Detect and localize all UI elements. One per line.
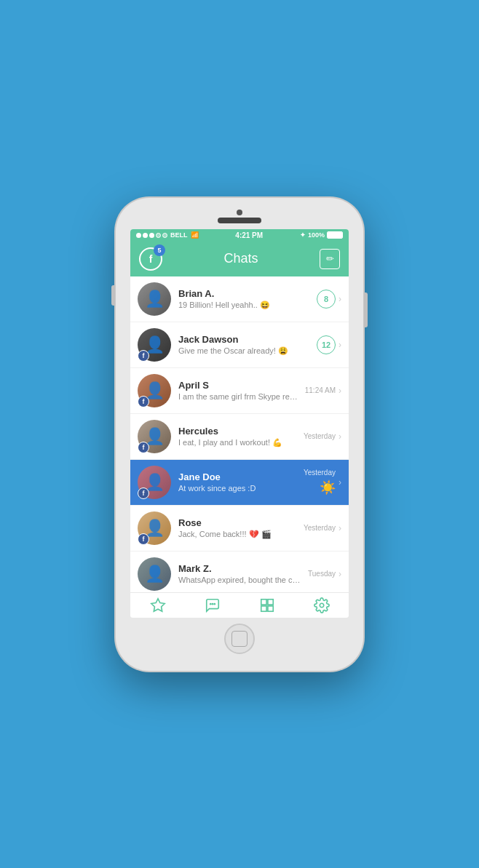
- chat-content-mark: Mark Z. WhatsApp expired, bought the com…: [178, 563, 304, 584]
- phone-device: BELL 📶 4:21 PM ✦ 100% f 5 Chats ✏: [116, 198, 363, 671]
- svg-rect-5: [267, 599, 272, 604]
- chat-item-rose[interactable]: 👤 f Rose Jack, Come back!!! 💔 🎬 Yesterda…: [130, 506, 349, 552]
- chevron-icon: ›: [339, 386, 341, 396]
- battery-bar: [327, 231, 343, 239]
- chat-time-april: 11:24 AM: [305, 386, 336, 394]
- chat-preview-jane: At work since ages :D: [178, 484, 299, 493]
- chevron-icon: ›: [339, 569, 341, 579]
- wifi-icon: 📶: [191, 231, 199, 239]
- battery-fill: [328, 232, 342, 238]
- svg-marker-0: [151, 598, 164, 610]
- chevron-icon: ›: [339, 294, 341, 304]
- chat-preview-hercules: I eat, I play and I workout! 💪: [178, 438, 299, 447]
- chat-meta-brian: 8: [317, 290, 336, 308]
- svg-rect-4: [261, 599, 266, 604]
- status-time: 4:21 PM: [235, 231, 263, 239]
- home-button-inner: [231, 631, 248, 647]
- chevron-icon: ›: [339, 523, 341, 533]
- tab-chats[interactable]: [259, 597, 275, 613]
- chat-list: 👤 Brian A. 19 Billion! Hell yeahh.. 😆 8 …: [130, 276, 349, 592]
- chat-time-mark: Tuesday: [308, 570, 336, 578]
- avatar-wrap-april: 👤 f: [138, 374, 171, 407]
- chat-preview-april: I am the same girl frm Skype redesign!: [178, 392, 301, 401]
- avatar-brian: 👤: [138, 282, 171, 316]
- status-left: BELL 📶: [136, 231, 199, 239]
- facebook-button[interactable]: f 5: [139, 247, 162, 271]
- phone-screen: BELL 📶 4:21 PM ✦ 100% f 5 Chats ✏: [130, 229, 349, 618]
- svg-rect-7: [267, 605, 272, 610]
- tab-bar: [130, 592, 349, 618]
- chat-name-brian: Brian A.: [178, 288, 312, 299]
- chat-time-jane: Yesterday: [304, 469, 336, 477]
- avatar-wrap-mark: 👤: [138, 557, 171, 591]
- chat-content-rose: Rose Jack, Come back!!! 💔 🎬: [178, 517, 299, 539]
- chat-preview-jack: Give me the Oscar already! 😩: [178, 346, 312, 356]
- status-bar: BELL 📶 4:21 PM ✦ 100%: [130, 229, 349, 242]
- fb-badge-hercules: f: [138, 442, 149, 453]
- chat-item-jack[interactable]: 👤 f Jack Dawson Give me the Oscar alread…: [130, 322, 349, 368]
- avatar-wrap-brian: 👤: [138, 282, 171, 316]
- tab-settings[interactable]: [314, 597, 330, 613]
- svg-rect-6: [261, 605, 266, 610]
- chat-name-jane: Jane Doe: [178, 471, 299, 482]
- signal-dot-4: [156, 233, 161, 238]
- chat-item-mark[interactable]: 👤 Mark Z. WhatsApp expired, bought the c…: [130, 552, 349, 592]
- bluetooth-icon: ✦: [300, 231, 306, 239]
- chat-preview-rose: Jack, Come back!!! 💔 🎬: [178, 530, 299, 539]
- chat-name-mark: Mark Z.: [178, 563, 304, 574]
- chat-preview-brian: 19 Billion! Hell yeahh.. 😆: [178, 300, 312, 310]
- fb-notification-badge: 5: [154, 244, 165, 256]
- chat-content-jack: Jack Dawson Give me the Oscar already! 😩: [178, 334, 312, 356]
- signal-dot-5: [162, 233, 167, 238]
- header-title: Chats: [223, 251, 258, 266]
- chevron-icon: ›: [339, 477, 341, 487]
- unread-badge-brian: 8: [317, 290, 336, 308]
- camera: [237, 210, 242, 215]
- chat-item-brian[interactable]: 👤 Brian A. 19 Billion! Hell yeahh.. 😆 8 …: [130, 276, 349, 322]
- chat-item-april[interactable]: 👤 f April S I am the same girl frm Skype…: [130, 368, 349, 414]
- tab-messages[interactable]: [205, 597, 221, 613]
- chat-meta-rose: Yesterday: [304, 524, 336, 532]
- fb-badge-rose: f: [138, 533, 149, 545]
- chat-name-hercules: Hercules: [178, 426, 299, 437]
- avatar-mark: 👤: [138, 557, 171, 591]
- sunny-emoji: ☀️: [320, 479, 336, 495]
- chat-preview-mark: WhatsApp expired, bought the company: [178, 576, 304, 584]
- chat-content-hercules: Hercules I eat, I play and I workout! 💪: [178, 426, 299, 447]
- chat-item-hercules[interactable]: 👤 f Hercules I eat, I play and I workout…: [130, 414, 349, 460]
- chat-content-jane: Jane Doe At work since ages :D: [178, 471, 299, 493]
- chat-item-jane[interactable]: 👤 f Jane Doe At work since ages :D Yeste…: [130, 460, 349, 506]
- chat-meta-hercules: Yesterday: [304, 432, 336, 440]
- chevron-icon: ›: [339, 340, 341, 350]
- home-button[interactable]: [224, 624, 255, 654]
- phone-top: [120, 207, 359, 225]
- signal-dots: [136, 233, 167, 238]
- signal-dot-1: [136, 233, 141, 238]
- fb-badge-jack: f: [138, 350, 149, 362]
- compose-icon: ✏: [326, 253, 334, 264]
- chevron-icon: ›: [339, 431, 341, 442]
- fb-badge-april: f: [138, 396, 149, 407]
- battery-percent: 100%: [308, 231, 325, 239]
- chat-content-brian: Brian A. 19 Billion! Hell yeahh.. 😆: [178, 288, 312, 310]
- svg-point-8: [320, 603, 324, 608]
- signal-dot-3: [149, 233, 154, 238]
- avatar-wrap-rose: 👤 f: [138, 511, 171, 545]
- chat-time-hercules: Yesterday: [304, 432, 336, 440]
- chat-meta-mark: Tuesday: [308, 570, 336, 578]
- chat-meta-april: 11:24 AM: [305, 386, 336, 394]
- compose-button[interactable]: ✏: [320, 249, 340, 269]
- signal-dot-2: [143, 233, 148, 238]
- status-right: ✦ 100%: [300, 231, 343, 239]
- chat-time-rose: Yesterday: [304, 524, 336, 532]
- carrier-label: BELL: [170, 231, 188, 239]
- chat-name-april: April S: [178, 380, 301, 391]
- app-header: f 5 Chats ✏: [130, 242, 349, 276]
- fb-badge-jane: f: [138, 487, 149, 499]
- avatar-wrap-jack: 👤 f: [138, 328, 171, 362]
- tab-favorites[interactable]: [150, 597, 166, 613]
- chat-name-rose: Rose: [178, 517, 299, 528]
- chat-name-jack: Jack Dawson: [178, 334, 312, 345]
- avatar-wrap-jane: 👤 f: [138, 466, 171, 499]
- chat-meta-jane: Yesterday ☀️: [304, 469, 336, 495]
